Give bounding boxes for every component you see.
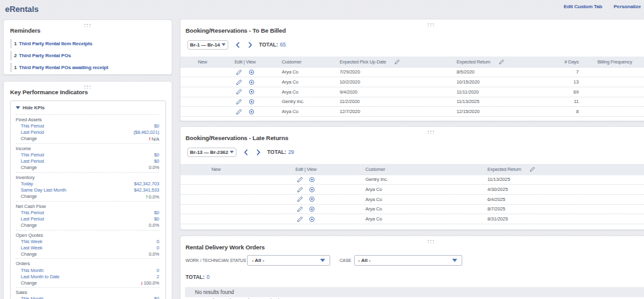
column-header-new[interactable]: New [180, 164, 252, 175]
kpi-row-label[interactable]: This Period [21, 123, 44, 129]
kpi-group: Sales This Month $0 [16, 288, 159, 299]
edit-pencil-icon[interactable] [236, 79, 242, 85]
view-eye-icon[interactable] [248, 69, 255, 75]
column-header-customer[interactable]: Customer [277, 57, 335, 68]
table-row: Arya Co 8/7/2025 [180, 205, 644, 215]
kpi-row: Last Week 0 [16, 244, 159, 251]
edit-pencil-icon[interactable] [297, 206, 303, 212]
column-header-customer[interactable]: Customer [360, 164, 477, 175]
kpi-row-value: $0 [154, 123, 159, 129]
kpi-row-label[interactable]: Last Period [21, 129, 44, 135]
view-eye-icon[interactable] [309, 206, 315, 212]
column-header-return[interactable]: Expected Return [477, 164, 644, 175]
reminder-item[interactable]: 2 Third Party Rental POs [10, 51, 172, 60]
edit-column-pencil-icon[interactable] [530, 166, 535, 172]
kpi-hide-toggle[interactable]: Hide KPIs [16, 101, 159, 115]
kpi-value-text: $0 [154, 296, 159, 299]
prev-page-chevron[interactable] [236, 42, 240, 48]
edit-pencil-icon[interactable] [297, 177, 303, 183]
edit-pencil-icon[interactable] [297, 216, 303, 222]
kpi-row-label[interactable]: Change [21, 165, 37, 170]
reminder-link[interactable]: Third Party Rental POs [19, 53, 71, 58]
kpi-row-value: 0.0% [149, 165, 160, 170]
drag-handle-icon[interactable] [427, 130, 435, 134]
table-row: Arya Co 8/31/2025 [180, 214, 644, 224]
view-eye-icon[interactable] [248, 99, 255, 105]
kpi-row: Last Month to Date 2 [16, 273, 159, 280]
view-eye-icon[interactable] [309, 216, 315, 222]
case-select[interactable]: - All - [354, 255, 462, 266]
view-eye-icon[interactable] [309, 187, 315, 193]
kpi-row-label[interactable]: Last Period [21, 216, 44, 222]
cell-pickup-date: 9/4/2020 [335, 87, 452, 97]
cell-billing-frequency [583, 87, 644, 97]
edit-pencil-icon[interactable] [236, 109, 242, 115]
page-title: eRentals [5, 4, 38, 14]
kpi-row-label[interactable]: Last Month to Date [21, 274, 60, 280]
column-header-return[interactable]: Expected Return [452, 57, 527, 68]
personalize-link[interactable]: Personalize [614, 4, 641, 9]
edit-pencil-icon[interactable] [236, 69, 242, 75]
reminder-item[interactable]: 1 Third Party Rental Item Receipts [10, 39, 172, 48]
edit-pencil-icon[interactable] [236, 99, 242, 105]
cell-days: 11 [527, 97, 583, 107]
kpi-row-label[interactable]: This Period [21, 152, 44, 158]
view-eye-icon[interactable] [248, 89, 255, 95]
reminder-item[interactable]: 1 Third Party Rental POs awaiting receip… [10, 63, 172, 72]
kpi-row-value: 0 [157, 245, 159, 251]
kpi-group-header: Income [16, 145, 159, 151]
reminder-link[interactable]: Third Party Rental Item Receipts [19, 41, 92, 46]
next-page-chevron[interactable] [257, 150, 260, 155]
edit-pencil-icon[interactable] [297, 196, 303, 202]
edit-column-pencil-icon[interactable] [499, 59, 504, 65]
kpi-group: Open Quotes This Week 0 Last Week 0 [16, 231, 159, 259]
work-technician-status-select[interactable]: - All - [247, 255, 330, 266]
kpi-row-label[interactable]: Last Week [21, 245, 42, 251]
view-eye-icon[interactable] [309, 177, 315, 183]
drag-handle-icon[interactable] [84, 23, 92, 27]
kpi-row-label[interactable]: Change [21, 193, 37, 199]
kpi-row-label[interactable]: This Month [21, 296, 43, 299]
drag-handle-icon[interactable] [84, 85, 92, 89]
kpi-row-label[interactable]: Same Day Last Month [21, 187, 66, 193]
range-dropdown[interactable]: Br-13 — Br-2362 [187, 148, 236, 157]
kpi-row-label[interactable]: Change [21, 222, 37, 228]
total: TOTAL:29 [267, 149, 294, 155]
cell-edit-view [225, 97, 277, 107]
edit-column-pencil-icon[interactable] [394, 59, 400, 65]
column-header-pickup[interactable]: Expected Pick Up Date [335, 57, 452, 68]
view-eye-icon[interactable] [248, 79, 255, 85]
column-header-edit-view: Edit | View [252, 164, 360, 175]
prev-page-chevron[interactable] [244, 150, 248, 155]
drag-handle-icon[interactable] [427, 23, 435, 26]
edit-pencil-icon[interactable] [236, 89, 242, 95]
view-eye-icon[interactable] [309, 196, 315, 202]
kpi-group: Inventory Today $42,342,703 Same Day Las… [16, 173, 159, 202]
drag-handle-icon[interactable] [427, 239, 435, 243]
kpi-group-rows: This Period $0 Last Period ($8,462,021) … [16, 123, 159, 142]
column-header-billing-frequency[interactable]: Billing Frequency [583, 57, 644, 68]
view-eye-icon[interactable] [248, 109, 255, 115]
reminder-link[interactable]: Third Party Rental POs awaiting receipt [19, 65, 108, 70]
cell-return-date: 11/11/2020 [452, 87, 527, 97]
column-header-new[interactable]: New [180, 57, 225, 68]
kpi-group-header: Open Quotes [16, 232, 159, 238]
kpi-row-label[interactable]: Change [21, 136, 37, 141]
next-page-chevron[interactable] [248, 42, 252, 48]
kpi-row-label[interactable]: This Month [21, 268, 43, 273]
reminder-count: 1 [13, 65, 18, 70]
range-dropdown[interactable]: Br-1 — Br-14 [187, 40, 228, 50]
kpi-row-label[interactable]: Change [21, 251, 37, 257]
kpi-row-label[interactable]: This Week [21, 239, 42, 244]
kpi-row-label[interactable]: Today [21, 181, 33, 187]
edit-custom-tab-link[interactable]: Edit Custom Tab [564, 4, 602, 9]
kpi-group-name: Open Quotes [16, 232, 43, 238]
kpi-row-label[interactable]: This Period [21, 210, 44, 215]
kpi-title: Key Performance Indicators [4, 82, 172, 95]
range-label: Br-13 — Br-2362 [190, 150, 228, 155]
kpi-row-label[interactable]: Change [21, 280, 37, 286]
edit-pencil-icon[interactable] [297, 187, 303, 193]
column-header-days[interactable]: # Days [527, 57, 583, 68]
kpi-row-label[interactable]: Last Period [21, 158, 44, 164]
to-be-billed-table: New Edit | View Customer Expected Pick U… [180, 57, 644, 117]
